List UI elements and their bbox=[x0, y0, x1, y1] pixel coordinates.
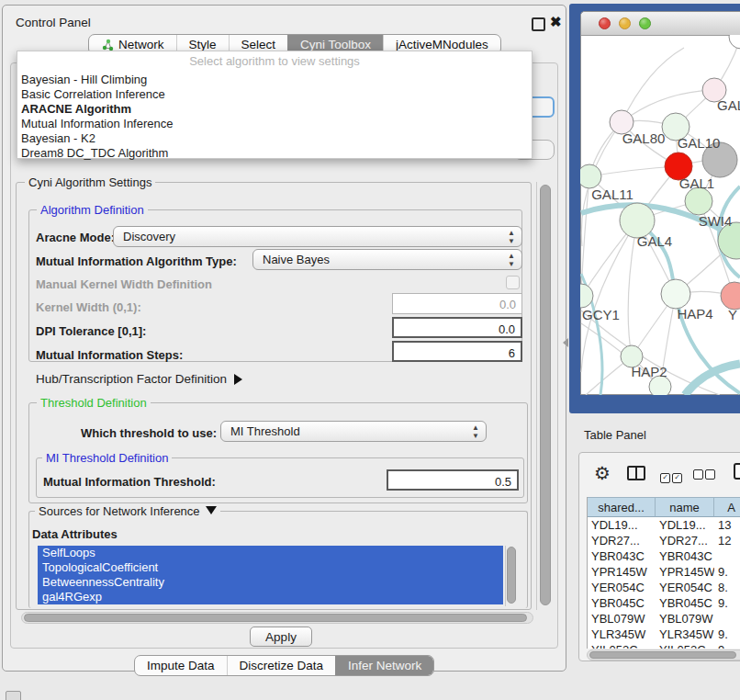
table-row[interactable]: YLR345WYLR345W9. bbox=[588, 627, 740, 642]
data-attributes-list[interactable]: SelfLoopsTopologicalCoefficientBetweenne… bbox=[38, 546, 503, 606]
tab-label: Network bbox=[118, 38, 164, 51]
tab-label: Impute Data bbox=[147, 659, 215, 672]
table-row[interactable]: YPR145WYPR145W9. bbox=[588, 564, 740, 580]
mi-steps-label: Mutual Information Steps: bbox=[36, 348, 183, 362]
close-icon[interactable]: ✖ bbox=[550, 14, 562, 30]
node-label-gal1: GAL1 bbox=[679, 175, 714, 191]
network-node-gal11[interactable] bbox=[580, 164, 601, 188]
column-header-a[interactable]: A bbox=[714, 497, 740, 517]
table-row[interactable]: YBR043CYBR043C bbox=[588, 548, 740, 564]
which-threshold-label: Which threshold to use: bbox=[81, 426, 217, 440]
select-all-checkboxes-icon[interactable]: ✓✓ bbox=[660, 469, 684, 483]
bottom-tabbar: Impute DataDiscretize DataInfer Network bbox=[134, 655, 434, 676]
table-hscrollbar[interactable] bbox=[587, 649, 740, 660]
table-rows: YDL19...YDL19...13YDR27...YDR27...12YBR0… bbox=[588, 517, 740, 649]
attribute-item-gal4rgexp[interactable]: gal4RGexp bbox=[38, 590, 503, 604]
mi-algorithm-type-value: Naive Bayes bbox=[263, 253, 330, 266]
tab-discretize-data[interactable]: Discretize Data bbox=[227, 656, 336, 675]
mi-steps-input[interactable]: 6 bbox=[392, 341, 522, 362]
network-node-y[interactable] bbox=[721, 282, 740, 310]
network-edge bbox=[628, 220, 637, 356]
manual-kernel-width-checkbox[interactable] bbox=[506, 276, 520, 289]
minimize-traffic-light[interactable] bbox=[619, 17, 631, 29]
settings-hscrollbar[interactable] bbox=[21, 612, 533, 624]
sources-title[interactable]: Sources for Network Inference bbox=[35, 504, 220, 518]
dropdown-item-basic-correlation-inference[interactable]: Basic Correlation Inference bbox=[17, 87, 532, 102]
network-canvas[interactable]: GALGAL80GAL10GAL1GAL11SWI4GAL4GCY1HAP4YH… bbox=[580, 35, 740, 395]
network-window-titlebar[interactable] bbox=[581, 12, 740, 36]
table-row[interactable]: YDL19...YDL19...13 bbox=[588, 517, 740, 533]
dpi-tolerance-input[interactable]: 0.0 bbox=[392, 317, 522, 338]
partial-function-icon[interactable] bbox=[734, 463, 740, 480]
table-cell: YDR27... bbox=[656, 533, 714, 548]
table-cell bbox=[714, 548, 740, 564]
table-cell: YBR045C bbox=[656, 595, 714, 611]
table-row[interactable]: YER054CYER054C8. bbox=[588, 580, 740, 595]
which-threshold-select[interactable]: MI Threshold ▲▼ bbox=[220, 421, 487, 442]
collapse-down-icon bbox=[206, 506, 217, 514]
tab-label: Style bbox=[189, 38, 217, 51]
algorithm-dropdown-items: Bayesian - Hill ClimbingBasic Correlatio… bbox=[17, 73, 532, 161]
network-node-gal1[interactable] bbox=[685, 187, 712, 215]
control-panel-title: Control Panel bbox=[16, 16, 91, 29]
close-traffic-light[interactable] bbox=[599, 17, 611, 29]
network-edge bbox=[685, 364, 740, 395]
stepper-arrows-icon: ▲▼ bbox=[472, 423, 479, 440]
node-label-gal10: GAL10 bbox=[678, 135, 721, 151]
dropdown-item-bayesian-hill-climbing[interactable]: Bayesian - Hill Climbing bbox=[17, 73, 532, 87]
attribute-item-betweennesscentrality[interactable]: BetweennessCentrality bbox=[38, 575, 503, 590]
attributes-scrollbar[interactable] bbox=[505, 546, 518, 606]
settings-scrollbar[interactable] bbox=[536, 182, 555, 610]
dropdown-item-aracne-algorithm[interactable]: ARACNE Algorithm bbox=[17, 102, 532, 117]
columns-icon[interactable] bbox=[627, 466, 645, 480]
mi-algorithm-type-select[interactable]: Naive Bayes ▲▼ bbox=[252, 249, 522, 270]
attribute-item-topologicalcoefficient[interactable]: TopologicalCoefficient bbox=[38, 560, 503, 575]
float-window-icon[interactable] bbox=[532, 17, 545, 31]
table-cell: YDL19... bbox=[588, 517, 656, 533]
mi-algorithm-type-label: Mutual Information Algorithm Type: bbox=[36, 254, 237, 268]
table-cell: YIL052C bbox=[588, 642, 656, 649]
tab-impute-data[interactable]: Impute Data bbox=[135, 656, 227, 675]
dropdown-item-bayesian-k2[interactable]: Bayesian - K2 bbox=[17, 131, 532, 146]
table-row[interactable]: YDR27...YDR27...12 bbox=[588, 533, 740, 548]
node-label-gcy1: GCY1 bbox=[582, 307, 620, 322]
table-row[interactable]: YIL052CYIL052C9. bbox=[588, 642, 740, 649]
dropdown-item-mutual-information-inference[interactable]: Mutual Information Inference bbox=[17, 117, 532, 131]
deselect-all-checkboxes-icon[interactable] bbox=[693, 469, 717, 482]
network-node-hap4[interactable] bbox=[661, 279, 690, 309]
aracne-mode-select[interactable]: Discovery ▲▼ bbox=[113, 226, 522, 247]
table-cell: YDL19... bbox=[656, 517, 714, 533]
kernel-width-input[interactable]: 0.0 bbox=[392, 293, 522, 314]
table-header-row: shared...nameA bbox=[588, 497, 740, 517]
stepper-arrows-icon: ▲▼ bbox=[508, 252, 515, 268]
node-label-y: Y bbox=[728, 307, 737, 322]
gear-icon[interactable]: ⚙ bbox=[594, 464, 611, 482]
column-header-name[interactable]: name bbox=[656, 497, 714, 517]
algorithm-dropdown-popup: Select algorithm to view settings Bayesi… bbox=[17, 51, 533, 159]
tab-label: jActiveMNodules bbox=[396, 38, 488, 51]
column-header-shared[interactable]: shared... bbox=[588, 497, 656, 517]
attribute-item-selfloops[interactable]: SelfLoops bbox=[38, 546, 503, 560]
dropdown-item-dream8-dc-tdc-algorithm[interactable]: Dream8 DC_TDC Algorithm bbox=[17, 146, 532, 161]
table-cell: 13 bbox=[714, 517, 740, 533]
table-row[interactable]: YBR045CYBR045C9. bbox=[588, 595, 740, 611]
apply-button[interactable]: Apply bbox=[250, 627, 312, 647]
table-row[interactable]: YBL079WYBL079W bbox=[588, 611, 740, 627]
network-graph-icon bbox=[101, 39, 114, 51]
tab-label: Infer Network bbox=[348, 659, 421, 672]
partial-corner-icon bbox=[6, 691, 21, 700]
network-node[interactable] bbox=[729, 35, 740, 49]
node-label-swi4: SWI4 bbox=[699, 213, 733, 229]
hub-transcription-section[interactable]: Hub/Transcription Factor Definition bbox=[36, 372, 242, 386]
splitpane-arrow-icon[interactable] bbox=[563, 338, 568, 347]
table-cell: 9. bbox=[714, 564, 740, 580]
mi-threshold-input[interactable]: 0.5 bbox=[387, 469, 519, 491]
table-cell: YBL079W bbox=[588, 611, 656, 627]
table-cell: YBR043C bbox=[656, 548, 714, 564]
zoom-traffic-light[interactable] bbox=[639, 17, 651, 29]
tab-infer-network[interactable]: Infer Network bbox=[335, 656, 433, 675]
sources-title-label: Sources for Network Inference bbox=[39, 504, 200, 518]
network-edge bbox=[622, 48, 684, 122]
hub-transcription-label: Hub/Transcription Factor Definition bbox=[36, 372, 227, 386]
node-table[interactable]: shared...nameA YDL19...YDL19...13YDR27..… bbox=[587, 497, 740, 649]
